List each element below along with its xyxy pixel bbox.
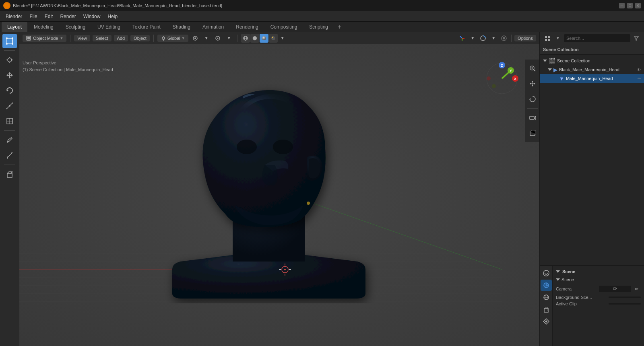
close-button[interactable]: ✕	[635, 3, 641, 8]
outliner-filter[interactable]	[632, 34, 641, 43]
tool-add-cube[interactable]	[2, 167, 17, 181]
maximize-button[interactable]: □	[627, 3, 633, 8]
menu-edit[interactable]: Edit	[41, 13, 56, 20]
outliner-display-dropdown[interactable]: ▼	[553, 34, 562, 43]
filter-icon	[634, 35, 639, 41]
solid-shading[interactable]	[250, 34, 259, 43]
menu-render[interactable]: Render	[57, 13, 79, 20]
3d-viewport[interactable]: Object Mode ▼ View Select Add Object Glo…	[19, 32, 539, 346]
3d-scene[interactable]: User Perspective (1) Scene Collection | …	[19, 44, 539, 346]
tab-scripting[interactable]: Scripting	[303, 22, 334, 32]
object-mode-icon	[26, 35, 31, 41]
scene-icon: 🎬	[549, 58, 555, 64]
scene-collection-header: Scene Collection	[540, 44, 644, 55]
snap-button[interactable]	[191, 34, 200, 43]
outliner-display-mode[interactable]	[543, 34, 552, 43]
svg-line-61	[245, 185, 285, 302]
bg-scene-value[interactable]	[609, 297, 641, 298]
svg-point-46	[503, 37, 505, 39]
tool-cursor[interactable]	[2, 53, 17, 67]
rendered-shading[interactable]	[269, 34, 278, 43]
minimize-button[interactable]: ─	[619, 3, 625, 8]
tool-rotate[interactable]	[2, 83, 17, 98]
tab-shading[interactable]: Shading	[167, 22, 196, 32]
viewport-pan-tool[interactable]	[525, 76, 540, 91]
tab-animation[interactable]: Animation	[197, 22, 229, 32]
prop-settings[interactable]: ▼	[225, 34, 233, 43]
snap-settings[interactable]: ▼	[202, 34, 211, 43]
tab-compositing[interactable]: Compositing	[265, 22, 303, 32]
viewport-ortho-toggle[interactable]	[525, 126, 540, 140]
props-modifier-icon-btn[interactable]	[541, 316, 552, 327]
props-object-icon-btn[interactable]	[541, 304, 552, 315]
camera-value[interactable]	[599, 286, 631, 292]
mode-selector[interactable]: Object Mode ▼	[23, 35, 66, 42]
menu-blender[interactable]: Blender	[2, 13, 25, 20]
tool-select-box[interactable]	[2, 34, 17, 48]
options-button[interactable]: Options	[514, 35, 536, 41]
proportional-edit-button[interactable]	[213, 34, 222, 43]
pan-icon	[529, 80, 536, 87]
tool-annotate[interactable]	[2, 133, 17, 147]
gizmo-toggle[interactable]	[458, 34, 466, 43]
svg-line-58	[196, 185, 237, 302]
tab-uv-editing[interactable]: UV Editing	[92, 22, 126, 32]
camera-label: Camera	[556, 286, 572, 291]
tab-rendering[interactable]: Rendering	[230, 22, 264, 32]
scene-collection-label: Scene Collection	[557, 58, 590, 63]
material-shading[interactable]	[260, 34, 268, 43]
camera-edit-btn[interactable]: ✏	[632, 284, 641, 293]
add-menu[interactable]: Add	[114, 35, 128, 41]
props-render-icon-btn[interactable]	[541, 268, 552, 279]
gizmo-dropdown[interactable]: ▼	[468, 34, 477, 43]
wireframe-shading[interactable]	[241, 34, 250, 43]
overlays-toggle[interactable]	[479, 34, 487, 43]
svg-point-79	[512, 75, 518, 82]
shading-dropdown[interactable]: ▼	[278, 34, 287, 43]
select-menu[interactable]: Select	[93, 35, 111, 41]
gizmo-icon	[459, 35, 465, 41]
tab-modeling[interactable]: Modeling	[28, 22, 59, 32]
overlays-dropdown[interactable]: ▼	[489, 34, 498, 43]
viewport-info: User Perspective (1) Scene Collection | …	[23, 60, 113, 73]
menu-help[interactable]: Help	[104, 13, 121, 20]
tool-move[interactable]	[2, 68, 17, 82]
svg-text:Z: Z	[501, 64, 503, 68]
svg-rect-47	[19, 44, 539, 346]
outliner-row-collection[interactable]: ▶ Black_Male_Mannequin_Head 👁	[540, 65, 644, 74]
vp-rt-sep	[527, 108, 538, 109]
svg-point-102	[543, 270, 549, 276]
xray-toggle[interactable]	[500, 34, 508, 43]
svg-point-85	[499, 62, 505, 68]
menu-window[interactable]: Window	[80, 13, 104, 20]
scene-collection-title: Scene Collection	[543, 47, 579, 52]
edit-icon[interactable]: ✏	[638, 76, 641, 81]
outliner-search[interactable]	[564, 34, 630, 42]
tool-scale[interactable]	[2, 99, 17, 113]
tab-texture-paint[interactable]: Texture Paint	[127, 22, 166, 32]
object-menu[interactable]: Object	[130, 35, 150, 41]
restrict-icon-1[interactable]: 👁	[637, 68, 641, 72]
viewport-orbit-tool[interactable]	[525, 92, 540, 106]
outliner-row-root[interactable]: 🎬 Scene Collection	[540, 56, 644, 65]
menu-file[interactable]: File	[26, 13, 40, 20]
blender-logo-icon[interactable]	[3, 2, 10, 9]
tool-measure[interactable]	[2, 148, 17, 163]
outliner-row-object[interactable]: ▼ Male_Mannequin_Head ✏	[540, 74, 644, 83]
wireframe-icon	[243, 35, 248, 41]
active-clip-value[interactable]	[609, 303, 641, 305]
tab-sculpting[interactable]: Sculpting	[60, 22, 91, 32]
props-scene-icon-btn[interactable]	[541, 280, 552, 291]
view-menu[interactable]: View	[74, 35, 90, 41]
add-workspace-button[interactable]: +	[334, 22, 344, 32]
transform-pivot[interactable]: Global ▼	[157, 35, 188, 42]
svg-point-69	[273, 140, 293, 154]
navigation-gizmo[interactable]: X Y Z	[484, 60, 520, 97]
tool-transform[interactable]	[2, 114, 17, 128]
modifier-props-icon	[543, 318, 550, 325]
tab-layout[interactable]: Layout	[2, 22, 27, 32]
props-world-icon-btn[interactable]	[541, 292, 552, 303]
orbit-icon	[529, 95, 536, 103]
viewport-zoom-tool[interactable]	[525, 61, 540, 76]
viewport-camera-view[interactable]	[525, 111, 540, 125]
